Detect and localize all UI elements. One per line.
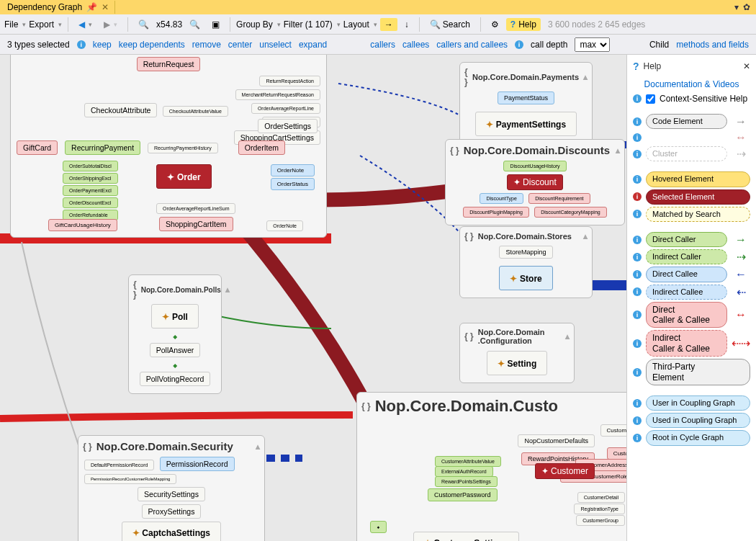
calldepth-select[interactable]: max xyxy=(575,37,610,52)
chevron-down-icon[interactable]: ▾ xyxy=(734,2,739,12)
node-orderitem[interactable]: OrderItem xyxy=(238,140,285,155)
ctx-help-checkbox[interactable] xyxy=(646,94,655,104)
info-icon[interactable]: i xyxy=(633,416,642,425)
info-icon[interactable]: i xyxy=(633,94,642,103)
fit-button[interactable]: ▣ xyxy=(207,18,224,31)
cluster-payments[interactable]: { }Nop.Core.Domain.Payments▴ PaymentStat… xyxy=(459,62,593,144)
collapse-icon[interactable]: ▴ xyxy=(256,442,260,452)
node-customer-settings[interactable]: ✦ CustomerSettings xyxy=(413,532,519,541)
callers-callees-link[interactable]: callers and callees xyxy=(436,40,508,50)
node[interactable]: OrderSettings xyxy=(258,119,318,133)
node[interactable]: PermissionRecord xyxy=(160,457,235,471)
node[interactable]: RewardPointsSettings xyxy=(435,476,498,487)
collapse-icon[interactable]: ▴ xyxy=(565,331,570,341)
keep-link[interactable]: keep xyxy=(93,40,112,50)
node[interactable]: OrderPaymentExcl xyxy=(63,185,118,196)
cluster-discounts[interactable]: { }Nop.Core.Domain.Discounts▴ DiscountUs… xyxy=(445,139,625,225)
back-button[interactable]: ◀▾ xyxy=(74,18,96,31)
center-link[interactable]: center xyxy=(228,40,252,50)
settings-button[interactable]: ⚙ xyxy=(487,18,503,31)
zoom-out-button[interactable]: 🔍 xyxy=(134,18,153,31)
direction-tb-button[interactable]: ↓ xyxy=(400,18,413,31)
node[interactable]: DiscountType xyxy=(480,193,523,204)
info-icon[interactable]: i xyxy=(633,287,642,296)
export-menu[interactable]: Export▾ xyxy=(29,19,62,30)
info-icon[interactable]: i xyxy=(633,133,642,142)
node[interactable]: DiscountCategoryMapping xyxy=(534,207,607,218)
filter-menu[interactable]: Filter (1 107)▾ xyxy=(284,19,341,30)
node[interactable]: RegistrationType xyxy=(574,504,625,514)
node[interactable]: DiscountPluginMapping xyxy=(463,207,529,218)
node[interactable]: DefaultPermissionRecord xyxy=(84,460,154,470)
node[interactable]: CustomerGroup xyxy=(576,515,625,526)
node[interactable]: DiscountRequirement xyxy=(528,193,590,204)
node[interactable]: OrderShippingExcl xyxy=(63,173,118,184)
doc-link[interactable]: Documentation & Videos xyxy=(633,79,750,89)
graph-canvas[interactable]: ReturnRequest ReturnRequestAction Mercha… xyxy=(0,55,626,541)
node-return-request[interactable]: ReturnRequest xyxy=(137,57,201,71)
node[interactable]: CheckoutAttributeValue xyxy=(163,106,228,117)
node[interactable]: ⬥ xyxy=(370,521,387,533)
node[interactable]: OrderSubtotalDiscl xyxy=(63,161,118,171)
node-poll[interactable]: ✦ Poll xyxy=(151,304,199,328)
node-store[interactable]: ✦ Store xyxy=(499,266,553,290)
node-giftcard[interactable]: GiftCard xyxy=(17,140,58,155)
groupby-menu[interactable]: Group By▾ xyxy=(236,19,281,30)
remove-link[interactable]: remove xyxy=(192,40,221,50)
info-icon[interactable]: i xyxy=(633,192,642,201)
node[interactable]: RecurringPaymentHistory xyxy=(148,143,218,153)
node[interactable]: CustomerPassword xyxy=(428,488,498,501)
expand-link[interactable]: expand xyxy=(299,40,327,50)
cluster-polls[interactable]: { }Nop.Core.Domain.Polls▴ ✦ Poll ⬥ PollA… xyxy=(128,274,222,394)
file-menu[interactable]: File▾ xyxy=(4,19,26,30)
node[interactable]: NopCustomerDefaults xyxy=(518,434,595,447)
node[interactable]: CustomerDetail xyxy=(577,492,625,503)
node[interactable]: ExternalAuthRecord xyxy=(435,466,493,477)
info-icon[interactable]: i xyxy=(633,253,642,261)
info-icon[interactable]: i xyxy=(633,339,642,348)
node[interactable]: MerchantReturnRequestReason xyxy=(235,89,320,100)
cluster-stores[interactable]: { }Nop.Core.Domain.Stores▴ StoreMapping … xyxy=(459,226,593,298)
collapse-icon[interactable]: ▴ xyxy=(583,72,588,82)
node[interactable]: CustomerAttribute xyxy=(600,424,626,437)
direction-lr-button[interactable]: → xyxy=(380,18,397,31)
close-icon[interactable]: ✕ xyxy=(102,2,109,12)
node[interactable]: ProxySettings xyxy=(142,504,202,519)
collapse-icon[interactable]: ▴ xyxy=(616,146,620,156)
node[interactable]: CheckoutAttribute xyxy=(84,103,157,117)
node[interactable]: OrderNote xyxy=(271,164,315,176)
node-recurring-payment[interactable]: RecurringPayment xyxy=(65,140,140,155)
node[interactable]: ShoppingCartItem xyxy=(159,217,233,231)
node[interactable]: CustomerRole xyxy=(607,447,626,460)
collapse-icon[interactable]: ▴ xyxy=(225,285,230,295)
node[interactable]: GiftCardUsageHistory xyxy=(48,219,117,231)
callees-link[interactable]: callees xyxy=(402,40,429,50)
tab-dependency-graph[interactable]: Dependency Graph 📌 ✕ xyxy=(0,1,115,14)
node[interactable]: PollVotingRecord xyxy=(140,372,211,386)
info-icon[interactable]: i xyxy=(633,399,642,408)
node-captcha-settings[interactable]: ✦ CaptchaSettings xyxy=(122,522,221,541)
info-icon[interactable]: i xyxy=(633,310,642,319)
info-icon[interactable]: i xyxy=(633,117,642,126)
info-icon[interactable]: i xyxy=(77,40,86,49)
close-icon[interactable]: ✕ xyxy=(743,61,750,71)
layout-menu[interactable]: Layout▾ xyxy=(343,19,377,30)
node-setting[interactable]: ✦ Setting xyxy=(487,351,548,375)
callers-link[interactable]: callers xyxy=(370,40,395,50)
cluster-security[interactable]: { }Nop.Core.Domain.Security▴ DefaultPerm… xyxy=(78,435,265,541)
info-icon[interactable]: i xyxy=(633,270,642,279)
gear-icon[interactable]: ✿ xyxy=(743,2,750,12)
info-icon[interactable]: i xyxy=(633,210,642,218)
node[interactable]: OrderAverageReportLineSum xyxy=(156,203,235,214)
pin-icon[interactable]: 📌 xyxy=(86,2,97,12)
keep-dependents-link[interactable]: keep dependents xyxy=(119,40,185,50)
info-icon[interactable]: i xyxy=(515,40,523,49)
help-button[interactable]: ?Help xyxy=(506,18,541,31)
node-payment-settings[interactable]: ✦ PaymentSettings xyxy=(475,112,577,136)
node[interactable]: PaymentStatus xyxy=(498,91,554,104)
node[interactable]: OrderAverageReportLine xyxy=(251,103,320,114)
unselect-link[interactable]: unselect xyxy=(259,40,292,50)
info-icon[interactable]: i xyxy=(633,434,642,442)
zoom-in-button[interactable]: 🔍 xyxy=(185,18,204,31)
node-order-selected[interactable]: ✦ Order xyxy=(156,164,212,189)
